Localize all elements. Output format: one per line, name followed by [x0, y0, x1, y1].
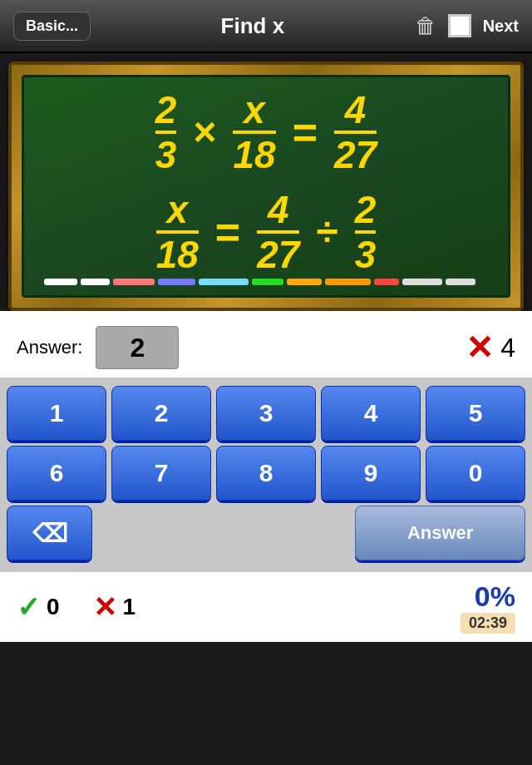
- backspace-button[interactable]: ⌫: [7, 506, 92, 560]
- chalk-piece: [252, 279, 283, 285]
- answer-box: 2: [96, 326, 179, 369]
- answer-section: Answer: 2 ✕ 4: [0, 311, 532, 378]
- equals-1: =: [293, 107, 318, 157]
- key-8[interactable]: 8: [216, 446, 316, 501]
- fraction-1: 2 3: [155, 91, 177, 174]
- keypad-row-3: ⌫ Answer: [7, 506, 525, 560]
- chalk-piece: [374, 279, 399, 285]
- equals-2: =: [215, 207, 240, 257]
- chalk-piece: [287, 279, 322, 285]
- next-button[interactable]: Next: [483, 17, 519, 36]
- chalk-piece: [402, 279, 442, 285]
- top-bar: Basic... Find x 🗑 Next: [0, 0, 532, 53]
- toolbar-icons: 🗑 Next: [415, 13, 519, 39]
- equation-row-2: x 18 = 4 27 ÷ 2 3: [41, 190, 491, 274]
- key-7[interactable]: 7: [111, 446, 211, 501]
- correct-score: ✓ 0: [17, 590, 60, 624]
- answer-label: Answer:: [17, 337, 82, 358]
- wrong-icon: ✕: [466, 328, 494, 367]
- fraction-3: 4 27: [334, 91, 377, 174]
- equation-row-1: 2 3 × x 18 = 4 27: [41, 91, 491, 174]
- back-button[interactable]: Basic...: [13, 12, 91, 41]
- fraction-5: 4 27: [257, 190, 299, 274]
- key-1[interactable]: 1: [7, 386, 106, 441]
- key-9[interactable]: 9: [321, 446, 421, 501]
- chalk-piece: [158, 279, 195, 285]
- chalkboard-wrapper: 2 3 × x 18 = 4 27 x 18 =: [8, 62, 524, 311]
- x-icon: ✕: [93, 590, 116, 624]
- chalk-piece: [81, 279, 110, 285]
- trash-icon[interactable]: 🗑: [415, 13, 436, 39]
- percent-display: 0%: [475, 580, 515, 613]
- key-3[interactable]: 3: [216, 386, 316, 441]
- chalk-piece: [113, 279, 155, 285]
- chalk-piece: [44, 279, 77, 285]
- answer-button[interactable]: Answer: [355, 506, 525, 560]
- chalk-piece: [446, 279, 475, 285]
- chalk-piece: [325, 279, 371, 285]
- key-2[interactable]: 2: [111, 386, 211, 441]
- empty-space: [97, 506, 350, 560]
- correct-answer: 4: [500, 333, 515, 363]
- correct-count: 0: [47, 594, 60, 620]
- key-4[interactable]: 4: [321, 386, 421, 441]
- fraction-4: x 18: [156, 190, 199, 274]
- key-6[interactable]: 6: [7, 446, 106, 501]
- keypad-row-2: 6 7 8 9 0: [7, 446, 525, 501]
- keypad-row-1: 1 2 3 4 5: [7, 386, 525, 441]
- keypad-section: 1 2 3 4 5 6 7 8 9 0 ⌫ Answer: [0, 378, 532, 572]
- bottom-bar: ✓ 0 ✕ 1 0% 02:39: [0, 572, 532, 642]
- wrong-score: ✕ 1: [93, 590, 136, 624]
- wrong-count: 1: [123, 594, 136, 620]
- layers-icon[interactable]: [448, 14, 471, 37]
- multiply-op: ×: [193, 112, 216, 152]
- wrong-indicator: ✕ 4: [466, 328, 515, 367]
- divide-op: ÷: [316, 212, 337, 252]
- check-icon: ✓: [17, 590, 40, 624]
- key-5[interactable]: 5: [426, 386, 525, 441]
- key-0[interactable]: 0: [426, 446, 525, 501]
- stats-section: 0% 02:39: [461, 580, 515, 634]
- page-title: Find x: [221, 13, 285, 39]
- chalk-piece: [199, 279, 249, 285]
- fraction-2: x 18: [233, 91, 275, 174]
- fraction-6: 2 3: [355, 190, 377, 274]
- timer: 02:39: [461, 613, 515, 634]
- chalkboard: 2 3 × x 18 = 4 27 x 18 =: [22, 75, 510, 298]
